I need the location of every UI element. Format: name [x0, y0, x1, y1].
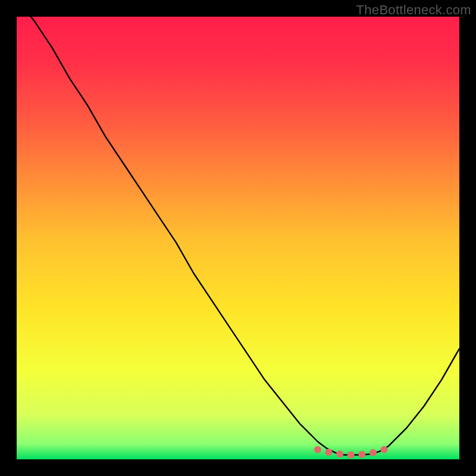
optimal-marker: [336, 450, 343, 458]
watermark-text: TheBottleneck.com: [356, 2, 471, 18]
optimal-marker: [314, 446, 321, 453]
optimal-marker: [347, 452, 355, 459]
chart-frame: TheBottleneck.com: [0, 0, 476, 476]
optimal-marker: [369, 449, 377, 456]
optimal-marker: [381, 446, 388, 453]
bottleneck-chart: [17, 17, 459, 459]
optimal-marker: [358, 451, 365, 458]
plot-area: [17, 17, 459, 459]
gradient-background: [17, 17, 459, 459]
optimal-marker: [325, 449, 333, 456]
